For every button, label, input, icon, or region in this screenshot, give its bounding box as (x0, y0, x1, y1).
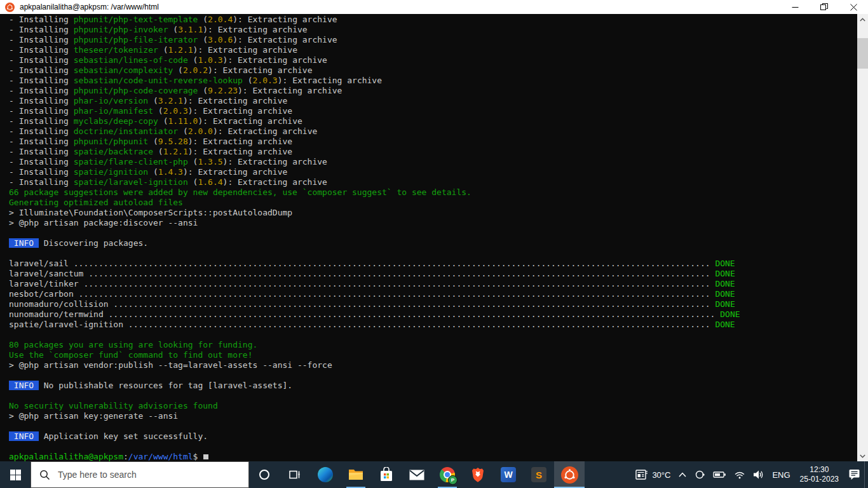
package-version: 3.2.1 (158, 96, 183, 105)
dots-leader: ........................................… (123, 320, 715, 329)
terminal-line: - Installing theseer/tokenizer (1.2.1): … (9, 45, 857, 55)
search-input[interactable] (57, 469, 248, 480)
terminal-line: nunomaduro/collision ...................… (9, 299, 857, 309)
terminal-text: ): Extracting archive (183, 96, 287, 105)
terminal-text: Use the `composer fund` command to find … (9, 350, 253, 360)
scrollbar-thumb[interactable] (857, 38, 868, 69)
terminal-text: ( (198, 35, 208, 44)
weather-widget[interactable]: 30°C (632, 461, 674, 488)
terminal-line: laravel/sanctum ........................… (9, 269, 857, 279)
package-name: laravel/tinker (9, 279, 79, 288)
terminal-line (9, 370, 857, 381)
action-center-button[interactable] (844, 461, 864, 488)
terminal-line: Use the `composer fund` command to find … (9, 350, 857, 360)
chrome-icon: P (439, 466, 456, 483)
terminal-text: ): Extracting archive (188, 147, 292, 156)
taskbar-app-edge[interactable] (310, 461, 341, 488)
volume-indicator[interactable] (749, 461, 768, 488)
terminal-text: ( (198, 86, 208, 95)
terminal-window: - Installing phpunit/php-text-template (… (0, 14, 868, 461)
scrollbar-up-arrow[interactable] (857, 14, 868, 25)
date-label: 25-01-2023 (800, 475, 839, 484)
wifi-icon (734, 470, 745, 479)
package-name: phpunit/php-code-coverage (74, 86, 198, 95)
battery-indicator[interactable] (709, 461, 730, 488)
show-hidden-icons-button[interactable] (674, 461, 691, 488)
terminal-text: ): Extracting archive (193, 45, 297, 55)
show-desktop-button[interactable] (864, 461, 868, 488)
language-indicator[interactable]: ENG (768, 461, 794, 488)
brave-icon (471, 467, 485, 483)
terminal-text: ( (188, 177, 198, 187)
terminal-text: > @php artisan key:generate --ansi (9, 411, 178, 421)
dots-leader: ........................................… (109, 299, 715, 309)
terminal-text: - Installing (9, 126, 74, 136)
terminal-text: ): Extracting archive (223, 55, 327, 65)
package-name: spatie/laravel-ignition (9, 320, 123, 329)
time-label: 12:30 (810, 465, 829, 475)
taskbar-app-mail[interactable] (402, 461, 432, 488)
battery-icon (713, 470, 726, 479)
terminal-text: - Installing (9, 96, 74, 105)
terminal-text: - Installing (9, 15, 74, 24)
package-name: nunomaduro/collision (9, 299, 109, 309)
terminal-line: Generating optimized autoload files (9, 198, 857, 208)
taskbar-search[interactable] (31, 461, 249, 488)
taskbar-app-sublime-text[interactable]: S (524, 461, 554, 488)
package-name: spatie/laravel-ignition (74, 177, 188, 187)
terminal-output: - Installing phpunit/php-text-template (… (0, 14, 857, 461)
tray-status-icon[interactable] (691, 461, 709, 488)
package-version: 9.2.23 (208, 86, 238, 95)
package-version: 2.0.3 (163, 106, 188, 116)
notification-icon (848, 469, 860, 480)
taskbar-app-ubuntu-terminal[interactable] (554, 461, 585, 488)
package-name: phpunit/phpunit (74, 137, 148, 146)
terminal-line: laravel/sail ...........................… (9, 259, 857, 269)
taskbar-app-word[interactable]: W (493, 461, 524, 488)
package-name: myclabs/deep-copy (74, 116, 158, 126)
terminal-text: > Illuminate\Foundation\ComposerScripts:… (9, 208, 292, 217)
package-version: 1.4.3 (158, 167, 183, 177)
terminal-line: - Installing spatie/ignition (1.4.3): Ex… (9, 167, 857, 177)
terminal-text: ): Extracting archive (223, 177, 327, 187)
package-name: spatie/backtrace (74, 147, 153, 156)
package-name: nunomaduro/termwind (9, 309, 104, 319)
terminal-text: - Installing (9, 35, 74, 44)
terminal-text (9, 370, 14, 380)
cortana-button[interactable] (249, 461, 280, 488)
minimize-button[interactable] (780, 0, 810, 14)
close-icon (850, 4, 857, 11)
terminal-line: - Installing phpunit/php-text-template (… (9, 15, 857, 25)
terminal-text: > @php artisan package:discover --ansi (9, 218, 198, 227)
taskbar-app-chrome[interactable]: P (432, 461, 463, 488)
restore-button[interactable] (810, 0, 839, 14)
ubuntu-icon (561, 466, 578, 484)
package-version: 3.1.1 (178, 25, 203, 34)
sublime-text-icon: S (531, 467, 546, 482)
minimize-icon (792, 4, 799, 11)
taskbar-app-microsoft-store[interactable] (371, 461, 402, 488)
desktop-screen: apkpalanilalitha@apkpsm: /var/www/html -… (0, 0, 868, 488)
terminal-text: ( (188, 55, 198, 65)
terminal-text: ): Extracting archive (208, 65, 312, 75)
task-view-button[interactable] (280, 461, 310, 488)
package-name: phpunit/php-invoker (74, 25, 168, 34)
close-button[interactable] (839, 0, 868, 14)
start-button[interactable] (0, 461, 31, 488)
terminal-text: ): Extracting archive (233, 15, 337, 24)
taskbar-app-file-explorer[interactable] (341, 461, 371, 488)
terminal-line: 66 package suggestions were added by new… (9, 187, 857, 198)
scrollbar-down-arrow[interactable] (857, 451, 868, 461)
restore-icon (820, 3, 828, 11)
terminal-text: ): Extracting archive (278, 76, 382, 85)
taskbar-app-brave[interactable] (463, 461, 493, 488)
word-icon: W (501, 467, 516, 482)
package-name: laravel/sail (9, 259, 69, 268)
circle-status-icon (695, 470, 705, 480)
terminal-line: No security vulnerability advisories fou… (9, 401, 857, 411)
clock[interactable]: 12:30 25-01-2023 (794, 461, 844, 488)
package-name: phar-io/manifest (74, 106, 153, 116)
terminal-scrollbar[interactable] (857, 14, 868, 461)
package-name: sebastian/lines-of-code (74, 55, 188, 65)
wifi-indicator[interactable] (730, 461, 749, 488)
